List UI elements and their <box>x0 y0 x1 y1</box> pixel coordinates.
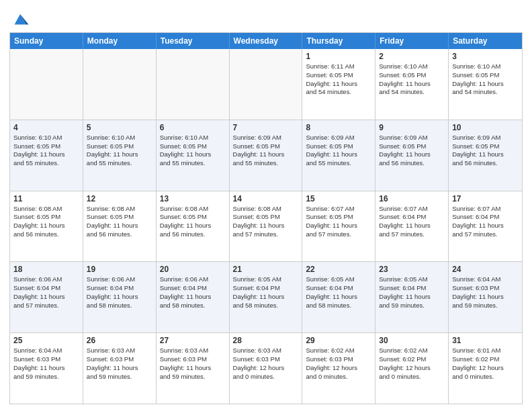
day-number: 13 <box>160 194 226 203</box>
day-number: 25 <box>13 336 79 345</box>
day-detail: Sunrise: 6:06 AMSunset: 6:04 PMDaylight:… <box>13 275 79 310</box>
day-number: 31 <box>452 336 519 345</box>
day-number: 8 <box>306 123 371 132</box>
calendar-cell: 15Sunrise: 6:07 AMSunset: 6:05 PMDayligh… <box>302 191 375 262</box>
day-detail: Sunrise: 6:08 AMSunset: 6:05 PMDaylight:… <box>13 205 79 239</box>
day-detail: Sunrise: 6:08 AMSunset: 6:05 PMDaylight:… <box>233 205 299 239</box>
calendar-row-3: 18Sunrise: 6:06 AMSunset: 6:04 PMDayligh… <box>10 261 522 332</box>
day-number: 14 <box>233 194 299 203</box>
calendar-cell: 6Sunrise: 6:10 AMSunset: 6:05 PMDaylight… <box>157 120 230 191</box>
calendar-cell: 25Sunrise: 6:04 AMSunset: 6:03 PMDayligh… <box>10 333 83 404</box>
day-detail: Sunrise: 6:07 AMSunset: 6:04 PMDaylight:… <box>379 205 445 239</box>
calendar-cell: 11Sunrise: 6:08 AMSunset: 6:05 PMDayligh… <box>10 191 83 262</box>
day-number: 4 <box>13 123 79 132</box>
day-detail: Sunrise: 6:08 AMSunset: 6:05 PMDaylight:… <box>87 205 152 239</box>
day-detail: Sunrise: 6:03 AMSunset: 6:03 PMDaylight:… <box>160 347 226 381</box>
day-number: 24 <box>452 265 519 274</box>
day-number: 18 <box>13 265 79 274</box>
calendar-cell: 4Sunrise: 6:10 AMSunset: 6:05 PMDaylight… <box>10 120 83 191</box>
calendar-cell <box>230 49 303 120</box>
header-day-wednesday: Wednesday <box>230 33 303 49</box>
day-number: 7 <box>233 123 299 132</box>
header-day-tuesday: Tuesday <box>157 33 230 49</box>
calendar-cell: 19Sunrise: 6:06 AMSunset: 6:04 PMDayligh… <box>83 262 157 332</box>
calendar-cell: 2Sunrise: 6:10 AMSunset: 6:05 PMDaylight… <box>375 49 449 120</box>
day-detail: Sunrise: 6:09 AMSunset: 6:05 PMDaylight:… <box>452 134 519 168</box>
day-detail: Sunrise: 6:01 AMSunset: 6:02 PMDaylight:… <box>452 347 519 381</box>
header-day-sunday: Sunday <box>10 33 83 49</box>
day-number: 19 <box>87 265 152 274</box>
day-number: 29 <box>306 336 371 345</box>
day-detail: Sunrise: 6:10 AMSunset: 6:05 PMDaylight:… <box>379 62 445 97</box>
day-number: 17 <box>452 194 519 203</box>
day-number: 1 <box>306 52 371 61</box>
calendar-cell: 26Sunrise: 6:03 AMSunset: 6:03 PMDayligh… <box>83 333 157 404</box>
day-detail: Sunrise: 6:10 AMSunset: 6:05 PMDaylight:… <box>452 62 519 97</box>
calendar-cell: 23Sunrise: 6:05 AMSunset: 6:04 PMDayligh… <box>375 262 449 332</box>
day-detail: Sunrise: 6:03 AMSunset: 6:03 PMDaylight:… <box>87 347 152 381</box>
calendar-cell: 20Sunrise: 6:06 AMSunset: 6:04 PMDayligh… <box>157 262 230 332</box>
calendar-cell: 12Sunrise: 6:08 AMSunset: 6:05 PMDayligh… <box>83 191 157 262</box>
day-detail: Sunrise: 6:03 AMSunset: 6:03 PMDaylight:… <box>233 347 299 381</box>
calendar-cell: 13Sunrise: 6:08 AMSunset: 6:05 PMDayligh… <box>157 191 230 262</box>
day-detail: Sunrise: 6:02 AMSunset: 6:03 PMDaylight:… <box>306 347 371 381</box>
day-detail: Sunrise: 6:11 AMSunset: 6:05 PMDaylight:… <box>306 62 371 97</box>
calendar-cell <box>10 49 83 120</box>
calendar-body: 1Sunrise: 6:11 AMSunset: 6:05 PMDaylight… <box>10 49 522 404</box>
calendar-cell: 10Sunrise: 6:09 AMSunset: 6:05 PMDayligh… <box>449 120 522 191</box>
header-day-thursday: Thursday <box>302 33 375 49</box>
calendar-cell: 21Sunrise: 6:05 AMSunset: 6:04 PMDayligh… <box>230 262 303 332</box>
calendar-cell: 7Sunrise: 6:09 AMSunset: 6:05 PMDaylight… <box>230 120 303 191</box>
day-number: 26 <box>87 336 152 345</box>
calendar-cell: 3Sunrise: 6:10 AMSunset: 6:05 PMDaylight… <box>449 49 522 120</box>
calendar-cell: 17Sunrise: 6:07 AMSunset: 6:04 PMDayligh… <box>449 191 522 262</box>
day-number: 2 <box>379 52 445 61</box>
calendar-cell: 30Sunrise: 6:02 AMSunset: 6:02 PMDayligh… <box>375 333 449 404</box>
day-number: 6 <box>160 123 226 132</box>
calendar-cell <box>83 49 157 120</box>
day-detail: Sunrise: 6:04 AMSunset: 6:03 PMDaylight:… <box>13 347 79 381</box>
day-number: 20 <box>160 265 226 274</box>
logo <box>9 9 30 28</box>
calendar-header: SundayMondayTuesdayWednesdayThursdayFrid… <box>10 33 522 49</box>
calendar-row-4: 25Sunrise: 6:04 AMSunset: 6:03 PMDayligh… <box>10 332 522 404</box>
page-container: SundayMondayTuesdayWednesdayThursdayFrid… <box>0 0 532 411</box>
day-number: 15 <box>306 194 371 203</box>
day-detail: Sunrise: 6:10 AMSunset: 6:05 PMDaylight:… <box>13 134 79 168</box>
calendar-row-2: 11Sunrise: 6:08 AMSunset: 6:05 PMDayligh… <box>10 191 522 262</box>
day-number: 12 <box>87 194 152 203</box>
calendar: SundayMondayTuesdayWednesdayThursdayFrid… <box>9 32 523 404</box>
calendar-cell: 5Sunrise: 6:10 AMSunset: 6:05 PMDaylight… <box>83 120 157 191</box>
calendar-cell: 1Sunrise: 6:11 AMSunset: 6:05 PMDaylight… <box>302 49 375 120</box>
header-day-saturday: Saturday <box>449 33 522 49</box>
calendar-cell: 8Sunrise: 6:09 AMSunset: 6:05 PMDaylight… <box>302 120 375 191</box>
day-number: 9 <box>379 123 445 132</box>
day-detail: Sunrise: 6:05 AMSunset: 6:04 PMDaylight:… <box>233 275 299 310</box>
day-detail: Sunrise: 6:05 AMSunset: 6:04 PMDaylight:… <box>306 275 371 310</box>
day-detail: Sunrise: 6:06 AMSunset: 6:04 PMDaylight:… <box>87 275 152 310</box>
day-number: 28 <box>233 336 299 345</box>
day-number: 11 <box>13 194 79 203</box>
day-number: 16 <box>379 194 445 203</box>
day-detail: Sunrise: 6:08 AMSunset: 6:05 PMDaylight:… <box>160 205 226 239</box>
page-header <box>9 7 523 28</box>
day-number: 23 <box>379 265 445 274</box>
day-number: 22 <box>306 265 371 274</box>
day-detail: Sunrise: 6:09 AMSunset: 6:05 PMDaylight:… <box>306 134 371 168</box>
day-detail: Sunrise: 6:10 AMSunset: 6:05 PMDaylight:… <box>87 134 152 168</box>
calendar-cell: 24Sunrise: 6:04 AMSunset: 6:03 PMDayligh… <box>449 262 522 332</box>
day-detail: Sunrise: 6:05 AMSunset: 6:04 PMDaylight:… <box>379 275 445 310</box>
day-number: 21 <box>233 265 299 274</box>
calendar-cell: 29Sunrise: 6:02 AMSunset: 6:03 PMDayligh… <box>302 333 375 404</box>
day-detail: Sunrise: 6:07 AMSunset: 6:04 PMDaylight:… <box>452 205 519 239</box>
calendar-cell: 31Sunrise: 6:01 AMSunset: 6:02 PMDayligh… <box>449 333 522 404</box>
day-number: 5 <box>87 123 152 132</box>
day-number: 3 <box>452 52 519 61</box>
calendar-cell: 28Sunrise: 6:03 AMSunset: 6:03 PMDayligh… <box>230 333 303 404</box>
day-detail: Sunrise: 6:09 AMSunset: 6:05 PMDaylight:… <box>233 134 299 168</box>
calendar-cell: 27Sunrise: 6:03 AMSunset: 6:03 PMDayligh… <box>157 333 230 404</box>
logo-icon <box>11 9 30 28</box>
calendar-cell: 14Sunrise: 6:08 AMSunset: 6:05 PMDayligh… <box>230 191 303 262</box>
calendar-cell: 9Sunrise: 6:09 AMSunset: 6:05 PMDaylight… <box>375 120 449 191</box>
day-number: 27 <box>160 336 226 345</box>
